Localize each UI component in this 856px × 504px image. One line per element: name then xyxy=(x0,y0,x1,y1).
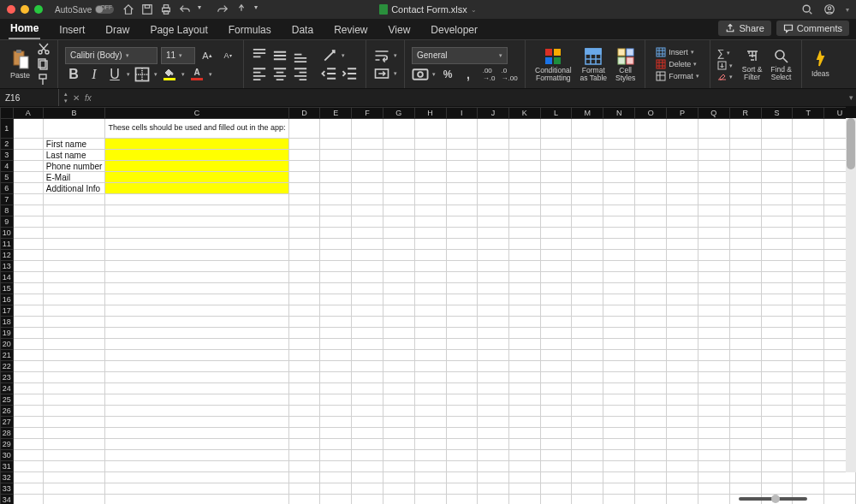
cell[interactable] xyxy=(667,461,698,472)
cell[interactable] xyxy=(729,472,761,483)
cell[interactable] xyxy=(352,272,383,283)
cell[interactable] xyxy=(729,483,761,495)
cell[interactable] xyxy=(43,472,105,483)
cell[interactable] xyxy=(288,328,320,339)
cell[interactable] xyxy=(446,272,478,283)
cell[interactable] xyxy=(667,472,698,483)
cell[interactable] xyxy=(352,194,383,205)
cell[interactable] xyxy=(446,261,478,272)
cell[interactable] xyxy=(352,339,383,350)
cell[interactable] xyxy=(667,239,698,250)
cell[interactable] xyxy=(635,172,667,183)
row-header[interactable]: 20 xyxy=(1,339,14,350)
cell[interactable] xyxy=(508,483,540,495)
cell[interactable] xyxy=(105,239,288,250)
cell[interactable] xyxy=(105,383,288,394)
zoom-slider[interactable] xyxy=(739,497,807,501)
cell[interactable] xyxy=(540,261,572,272)
cell[interactable] xyxy=(414,372,446,383)
cell[interactable] xyxy=(383,361,414,372)
cell[interactable] xyxy=(43,383,105,394)
cell[interactable] xyxy=(288,261,320,272)
cell[interactable] xyxy=(761,472,793,483)
cell[interactable] xyxy=(793,361,824,372)
row-header[interactable]: 22 xyxy=(1,361,14,372)
fill-color-icon[interactable] xyxy=(161,67,178,82)
cell[interactable] xyxy=(761,383,793,394)
cell[interactable] xyxy=(383,495,414,505)
cell[interactable] xyxy=(383,417,414,428)
cell[interactable] xyxy=(478,172,509,183)
cell[interactable] xyxy=(478,439,509,450)
cell[interactable] xyxy=(729,339,761,350)
decrease-decimal-icon[interactable]: .0→.00 xyxy=(501,67,518,82)
cell[interactable] xyxy=(352,216,383,228)
clear-icon[interactable]: ▾ xyxy=(717,72,733,81)
cell[interactable] xyxy=(288,495,320,505)
cell[interactable] xyxy=(105,428,288,439)
cell[interactable] xyxy=(43,250,105,261)
cell[interactable] xyxy=(540,305,572,317)
cell[interactable] xyxy=(320,383,352,394)
cell[interactable] xyxy=(667,150,698,161)
cell[interactable] xyxy=(383,350,414,361)
cell[interactable] xyxy=(105,472,288,483)
cell[interactable] xyxy=(13,339,43,350)
cell[interactable] xyxy=(667,205,698,216)
cell[interactable] xyxy=(320,119,352,139)
cell[interactable] xyxy=(13,119,43,139)
cell[interactable] xyxy=(508,228,540,239)
cell[interactable] xyxy=(320,194,352,205)
title-dropdown-icon[interactable]: ⌄ xyxy=(471,6,477,14)
insert-cells-button[interactable]: Insert▾ xyxy=(652,46,703,58)
cell[interactable] xyxy=(635,216,667,228)
cell[interactable] xyxy=(572,119,603,139)
cell[interactable] xyxy=(43,294,105,305)
cell[interactable] xyxy=(320,472,352,483)
cell[interactable] xyxy=(540,272,572,283)
cell[interactable] xyxy=(352,350,383,361)
cell[interactable] xyxy=(288,228,320,239)
cell[interactable] xyxy=(572,194,603,205)
cell[interactable] xyxy=(414,161,446,172)
tab-home[interactable]: Home xyxy=(9,19,40,39)
column-header[interactable]: P xyxy=(667,108,698,119)
font-color-icon[interactable]: A xyxy=(188,67,205,82)
cell[interactable] xyxy=(667,450,698,461)
cell[interactable] xyxy=(414,172,446,183)
cell[interactable] xyxy=(105,250,288,261)
cell[interactable] xyxy=(698,361,729,372)
cell[interactable] xyxy=(43,428,105,439)
cell[interactable] xyxy=(603,495,635,505)
cell[interactable] xyxy=(105,283,288,294)
cell[interactable] xyxy=(572,439,603,450)
cell[interactable] xyxy=(793,194,824,205)
cell[interactable] xyxy=(572,450,603,461)
cell[interactable] xyxy=(635,406,667,417)
column-header[interactable]: R xyxy=(729,108,761,119)
cell[interactable] xyxy=(635,228,667,239)
cell[interactable] xyxy=(824,483,856,495)
cell[interactable] xyxy=(320,406,352,417)
cell[interactable] xyxy=(729,261,761,272)
cell[interactable] xyxy=(761,339,793,350)
cell[interactable] xyxy=(478,328,509,339)
cell[interactable] xyxy=(635,339,667,350)
cell[interactable] xyxy=(793,328,824,339)
cell[interactable] xyxy=(478,283,509,294)
cell[interactable] xyxy=(508,328,540,339)
cell[interactable] xyxy=(572,139,603,150)
comments-button[interactable]: Comments xyxy=(776,21,849,36)
cell[interactable] xyxy=(603,439,635,450)
cell[interactable] xyxy=(288,472,320,483)
ideas-button[interactable]: Ideas xyxy=(809,50,832,78)
row-header[interactable]: 30 xyxy=(1,450,14,461)
cell[interactable] xyxy=(288,283,320,294)
cell[interactable] xyxy=(729,305,761,317)
cell[interactable] xyxy=(352,139,383,150)
cell[interactable] xyxy=(603,205,635,216)
cell[interactable] xyxy=(383,305,414,317)
cell[interactable] xyxy=(508,283,540,294)
cell[interactable] xyxy=(478,194,509,205)
cell[interactable] xyxy=(43,339,105,350)
